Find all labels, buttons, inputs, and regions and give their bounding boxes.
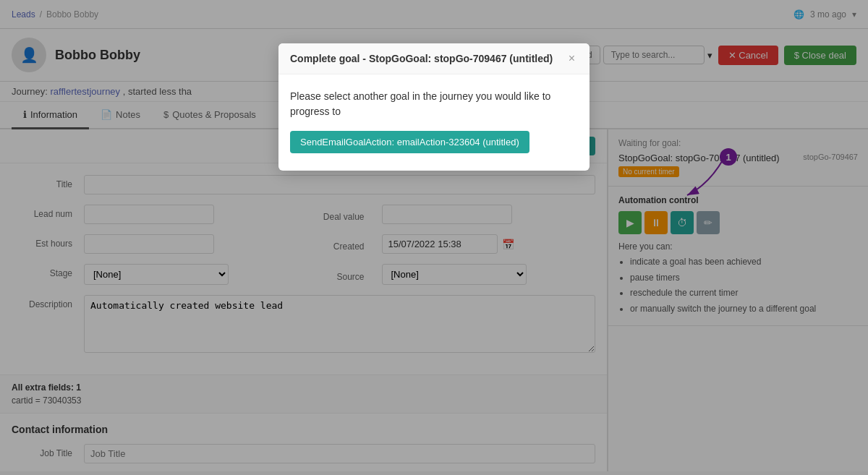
modal-title: Complete goal - StopGoGoal: stopGo-70946… — [290, 53, 553, 64]
modal-overlay[interactable]: Complete goal - StopGoGoal: stopGo-70946… — [0, 0, 868, 475]
goal-select-button[interactable]: SendEmailGoalAction: emailAction-323604 … — [290, 131, 529, 153]
modal-body: Please select another goal in the journe… — [278, 74, 590, 171]
modal-header: Complete goal - StopGoGoal: stopGo-70946… — [278, 43, 590, 74]
page-wrapper: Leads / Bobbo Bobby 🌐 3 mo ago ▾ 👤 Bobbo… — [0, 0, 868, 475]
modal-description: Please select another goal in the journe… — [290, 89, 578, 119]
modal: Complete goal - StopGoGoal: stopGo-70946… — [278, 43, 590, 171]
modal-close-button[interactable]: × — [566, 52, 578, 65]
